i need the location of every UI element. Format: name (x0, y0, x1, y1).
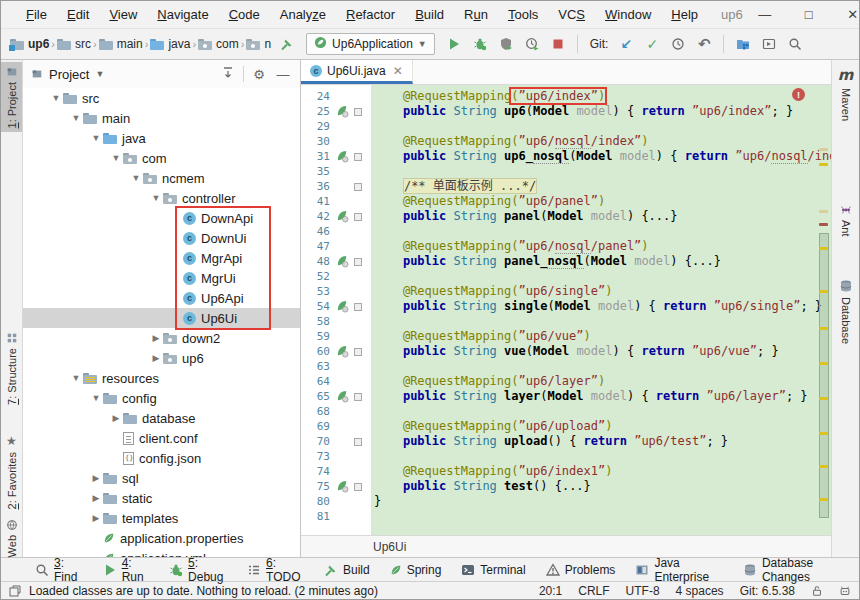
tree-item-config.json[interactable]: {}config.json (23, 448, 300, 468)
close-button[interactable]: ✕ (831, 1, 860, 28)
tree-item-downapi[interactable]: cDownApi (23, 208, 300, 228)
tree-item-mgrapi[interactable]: cMgrApi (23, 248, 300, 268)
menu-navigate[interactable]: Navigate (148, 4, 217, 25)
toolwindow-tab-ant[interactable]: Ant (832, 200, 859, 241)
line-number[interactable]: 46 (301, 224, 335, 239)
line-number[interactable]: 52 (301, 269, 335, 284)
tree-item-controller[interactable]: ▼controller (23, 188, 300, 208)
line-number[interactable]: 81 (301, 509, 335, 524)
menu-run[interactable]: Run (455, 4, 497, 25)
fold-marker[interactable] (354, 438, 362, 446)
chevron-right-icon[interactable]: ▶ (89, 493, 103, 503)
line-number[interactable]: 25 (301, 104, 335, 119)
chevron-down-icon[interactable]: ▼ (109, 153, 123, 163)
tree-item-ncmem[interactable]: ▼ncmem (23, 168, 300, 188)
tree-item-resources[interactable]: ▼resources (23, 368, 300, 388)
chevron-down-icon[interactable]: ▼ (149, 193, 163, 203)
fold-marker[interactable] (354, 303, 362, 311)
spring-mapping-icon[interactable] (336, 300, 349, 313)
scrollbar-mark[interactable] (819, 397, 828, 400)
menu-tools[interactable]: Tools (499, 4, 547, 25)
scrollbar-mark[interactable] (819, 247, 828, 250)
scrollbar-mark[interactable] (819, 148, 828, 151)
code-editor[interactable]: 24 @RequestMapping(”up6/index”)25 public… (301, 85, 831, 535)
run-anything-button[interactable] (757, 32, 781, 56)
spring-mapping-icon[interactable] (336, 105, 349, 118)
editor-tab-up6ui[interactable]: c Up6Ui.java ✕ (301, 60, 413, 84)
toolwindow-tab-web[interactable]: Web (1, 515, 22, 561)
tree-item-sql[interactable]: ▶sql (23, 468, 300, 488)
menu-file[interactable]: File (17, 4, 56, 25)
toolwindow-switcher-icon[interactable] (9, 585, 21, 597)
tree-item-java[interactable]: ▼java (23, 128, 300, 148)
tree-item-application.properties[interactable]: application.properties (23, 528, 300, 548)
chevron-down-icon[interactable]: ▼ (95, 69, 104, 79)
fold-marker[interactable] (354, 483, 362, 491)
fold-marker[interactable] (354, 393, 362, 401)
project-panel-title[interactable]: Project (49, 67, 89, 82)
git-update-button[interactable]: ↙ (614, 32, 638, 56)
tree-item-downui[interactable]: cDownUi (23, 228, 300, 248)
menu-vcs[interactable]: VCS (549, 4, 594, 25)
scrollbar-mark[interactable] (819, 465, 828, 468)
line-number[interactable]: 69 (301, 419, 335, 434)
fold-marker[interactable] (354, 258, 362, 266)
chevron-down-icon[interactable]: ▼ (129, 173, 143, 183)
fold-marker[interactable] (354, 348, 362, 356)
chevron-right-icon[interactable]: ▶ (149, 353, 163, 363)
tree-item-templates[interactable]: ▶templates (23, 508, 300, 528)
line-number[interactable]: 35 (301, 164, 335, 179)
tree-item-up6api[interactable]: cUp6Api (23, 288, 300, 308)
chevron-down-icon[interactable]: ▼ (69, 373, 83, 383)
git-branch[interactable]: Git: 6.5.38 (740, 584, 795, 598)
toolwindow-button-problems[interactable]: Problems (546, 563, 616, 577)
line-number[interactable]: 30 (301, 134, 335, 149)
line-number[interactable]: 80 (301, 494, 335, 509)
menu-view[interactable]: View (100, 4, 146, 25)
chevron-down-icon[interactable]: ▼ (89, 393, 103, 403)
build-button[interactable] (275, 32, 299, 56)
scrollbar-mark[interactable] (819, 163, 828, 166)
git-rollback-button[interactable]: ↶ (692, 32, 716, 56)
scrollbar-mark[interactable] (819, 498, 828, 501)
line-number[interactable]: 48 (301, 254, 335, 269)
stop-button[interactable] (546, 32, 570, 56)
tree-item-database[interactable]: ▶database (23, 408, 300, 428)
run-config-select[interactable]: Up6Application ▼ (306, 33, 435, 55)
chevron-right-icon[interactable]: ▶ (89, 473, 103, 483)
toolwindow-tab-1-project[interactable]: 1: Project (1, 62, 22, 132)
line-number[interactable]: 75 (301, 479, 335, 494)
maximize-button[interactable]: □ (787, 1, 831, 28)
toolwindow-button-java-enterprise[interactable]: Java Enterprise (635, 556, 723, 584)
scrollbar-mark[interactable] (819, 362, 828, 365)
file-encoding[interactable]: UTF-8 (626, 584, 660, 598)
hide-panel-button[interactable]: — (274, 67, 292, 82)
toolwindow-button-6-todo[interactable]: 6: TODO (247, 556, 304, 584)
toolwindow-tab-2-favorites[interactable]: ★2: Favorites (1, 430, 22, 513)
coverage-button[interactable] (494, 32, 518, 56)
project-structure-button[interactable] (731, 32, 755, 56)
profiler-button[interactable] (520, 32, 544, 56)
scrollbar-mark[interactable] (819, 210, 828, 213)
line-number[interactable]: 47 (301, 239, 335, 254)
toolwindow-button-5-debug[interactable]: 5: Debug (169, 556, 227, 584)
chevron-right-icon[interactable]: ▶ (109, 413, 123, 423)
spring-mapping-icon[interactable] (336, 150, 349, 163)
line-number[interactable]: 59 (301, 329, 335, 344)
collapse-all-button[interactable] (219, 67, 237, 82)
gear-icon[interactable]: ⚙ (250, 67, 268, 82)
tree-item-src[interactable]: ▼src (23, 88, 300, 108)
breadcrumb-src[interactable]: src (56, 35, 92, 53)
line-number[interactable]: 24 (301, 89, 335, 104)
line-number[interactable]: 60 (301, 344, 335, 359)
menu-analyze[interactable]: Analyze (271, 4, 335, 25)
line-number[interactable]: 36 (301, 179, 335, 194)
toolwindow-tab-maven[interactable]: mMaven (832, 62, 859, 125)
menu-refactor[interactable]: Refactor (337, 4, 404, 25)
breadcrumb-class[interactable]: Up6Ui (373, 540, 406, 554)
fold-marker[interactable] (354, 213, 362, 221)
scrollbar-mark[interactable] (819, 223, 828, 226)
scrollbar-mark[interactable] (819, 432, 828, 435)
chevron-right-icon[interactable]: ▶ (89, 513, 103, 523)
indent-style[interactable]: 4 spaces (676, 584, 724, 598)
